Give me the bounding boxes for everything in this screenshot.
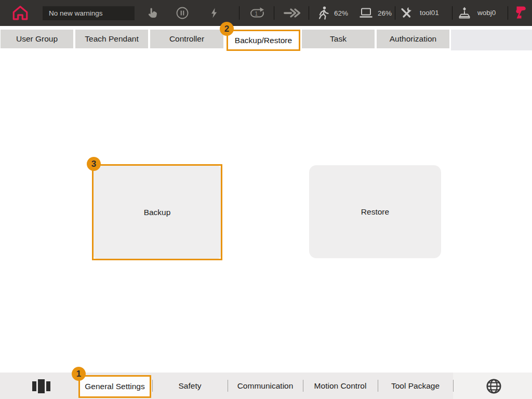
language-button[interactable]: [485, 378, 502, 397]
system-load-value: 26%: [378, 9, 392, 17]
top-status-bar: No new warnings 1: [0, 0, 532, 26]
tab-teach-pendant[interactable]: Teach Pendant: [75, 30, 148, 48]
topbar-divider: [309, 6, 309, 20]
tab-label: Backup/Restore: [235, 36, 292, 45]
language-globe-icon: [485, 378, 502, 395]
warning-status-text: No new warnings: [49, 9, 103, 17]
loop-once-button[interactable]: 1: [249, 7, 265, 20]
restore-button-label: Restore: [361, 207, 389, 217]
tab-label: Controller: [169, 34, 204, 44]
topbar-divider: [274, 6, 274, 20]
nav-general-settings[interactable]: General Settings: [78, 375, 151, 398]
topbar-divider: [239, 6, 240, 20]
robot-status-button[interactable]: [515, 5, 527, 21]
loop-once-icon: 1: [249, 7, 265, 20]
tab-label: Teach Pendant: [85, 34, 138, 44]
tool-selector[interactable]: tool01: [400, 6, 439, 19]
pause-button[interactable]: [176, 6, 189, 20]
step-3-badge: 3: [87, 157, 101, 171]
topbar-divider: [508, 6, 508, 20]
touch-mode-icon: [146, 7, 158, 19]
bottom-nav-divider: [453, 380, 454, 392]
workobject-icon: [458, 6, 471, 20]
nav-label-text: Safety: [179, 381, 202, 391]
bottom-nav-divider: [228, 380, 228, 392]
topbar-divider: [452, 6, 453, 20]
nav-label-text: Tool Package: [391, 381, 440, 391]
robot-icon: [515, 5, 527, 21]
step-forward-icon: [283, 8, 301, 18]
tab-label: User Group: [16, 34, 58, 44]
settings-tab-bar: User Group Teach Pendant Controller Back…: [0, 30, 532, 51]
workobject-name-value: wobj0: [477, 9, 496, 17]
run-speed-icon: [316, 6, 330, 20]
step-2-number: 2: [224, 24, 229, 34]
tab-user-group[interactable]: User Group: [1, 30, 73, 48]
bottom-nav-divider: [152, 380, 153, 392]
nav-label-text: General Settings: [85, 382, 144, 391]
pause-icon: [176, 6, 189, 20]
touch-mode-button[interactable]: [146, 7, 158, 19]
step-1-number: 1: [76, 369, 81, 379]
nav-tool-package[interactable]: Tool Package: [378, 373, 453, 399]
loop-count-label: 1: [255, 11, 258, 17]
tab-label: Authorization: [390, 34, 436, 44]
nav-label-text: Communication: [237, 381, 294, 391]
view-switcher-icon: [46, 381, 50, 391]
backup-button[interactable]: Backup: [92, 165, 222, 260]
backup-button-label: Backup: [144, 208, 171, 217]
system-load-indicator[interactable]: 26%: [359, 7, 392, 19]
step-1-badge: 1: [72, 367, 86, 381]
view-switcher-icon: [38, 379, 45, 393]
nav-communication[interactable]: Communication: [228, 373, 303, 399]
home-button[interactable]: [11, 4, 29, 22]
power-icon: [208, 7, 220, 19]
step-2-badge: 2: [220, 22, 234, 36]
tool-icon: [400, 6, 413, 19]
nav-safety[interactable]: Safety: [152, 373, 228, 399]
topbar-divider: [395, 6, 395, 20]
bottom-nav-divider: [303, 380, 303, 392]
view-switcher-button[interactable]: [32, 379, 50, 393]
step-forward-button[interactable]: [283, 8, 301, 18]
tab-label: Task: [330, 34, 347, 44]
step-3-number: 3: [91, 159, 96, 169]
tab-backup-restore[interactable]: Backup/Restore: [227, 30, 300, 51]
power-button[interactable]: [208, 7, 220, 19]
system-load-icon: [359, 7, 373, 19]
run-speed-indicator[interactable]: 62%: [316, 6, 348, 20]
warning-status-box[interactable]: No new warnings: [43, 6, 135, 20]
bottom-nav-divider: [378, 380, 378, 392]
run-speed-value: 62%: [334, 9, 348, 17]
tool-name-value: tool01: [420, 9, 439, 17]
tab-authorization[interactable]: Authorization: [377, 30, 449, 48]
nav-motion-control[interactable]: Motion Control: [303, 373, 378, 399]
view-switcher-icon: [32, 381, 36, 391]
tab-controller[interactable]: Controller: [150, 30, 223, 48]
workobject-selector[interactable]: wobj0: [458, 6, 496, 20]
restore-button[interactable]: Restore: [309, 165, 441, 258]
home-icon: [11, 4, 29, 22]
tab-bar-filler: [451, 30, 532, 50]
tab-task[interactable]: Task: [302, 30, 375, 48]
nav-label-text: Motion Control: [314, 381, 367, 391]
